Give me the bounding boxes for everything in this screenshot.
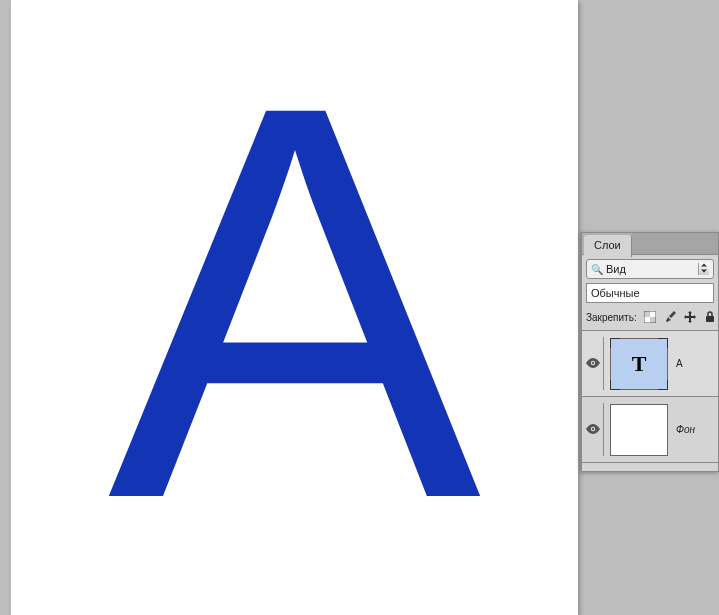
svg-rect-5 — [706, 316, 714, 322]
visibility-column — [582, 403, 604, 456]
filter-value: Вид — [606, 263, 626, 275]
corner-icon — [658, 338, 668, 348]
svg-point-7 — [592, 362, 594, 364]
corner-icon — [658, 380, 668, 390]
eye-icon[interactable] — [586, 423, 600, 437]
lock-brush-icon[interactable] — [663, 310, 677, 324]
panel-tab-row: Слои — [582, 233, 718, 255]
chevron-updown-icon — [698, 263, 709, 275]
layer-thumbnail[interactable]: T — [610, 338, 668, 390]
lock-move-icon[interactable] — [683, 310, 697, 324]
svg-rect-1 — [650, 317, 656, 323]
canvas-text-content: А — [108, 22, 482, 582]
layer-name[interactable]: А — [676, 358, 683, 369]
lock-all-icon[interactable] — [703, 310, 717, 324]
layers-list: T А Фон — [582, 331, 718, 463]
blend-mode-value: Обычные — [591, 287, 640, 299]
svg-rect-0 — [644, 311, 650, 317]
search-icon: 🔍 — [591, 264, 603, 275]
lock-label: Закрепить: — [586, 312, 637, 323]
lock-transparency-icon[interactable] — [643, 310, 657, 324]
visibility-column — [582, 337, 604, 390]
tab-layers[interactable]: Слои — [584, 235, 632, 257]
text-layer-icon: T — [632, 351, 647, 377]
layer-filter-row: 🔍 Вид — [582, 255, 718, 279]
layer-name[interactable]: Фон — [676, 424, 695, 435]
corner-icon — [610, 338, 620, 348]
layer-filter-dropdown[interactable]: 🔍 Вид — [586, 259, 714, 279]
layer-thumbnail[interactable] — [610, 404, 668, 456]
lock-row: Закрепить: — [582, 307, 718, 331]
document-canvas[interactable]: А — [11, 0, 578, 615]
layer-row[interactable]: Фон — [582, 397, 718, 463]
layers-panel: Слои 🔍 Вид Обычные Закрепить: — [581, 232, 719, 472]
blend-mode-row: Обычные — [582, 279, 718, 307]
layer-row[interactable]: T А — [582, 331, 718, 397]
blend-mode-dropdown[interactable]: Обычные — [586, 283, 714, 303]
svg-rect-2 — [650, 311, 656, 317]
svg-point-9 — [592, 428, 594, 430]
panel-spacer — [582, 463, 718, 471]
svg-rect-3 — [644, 317, 650, 323]
tab-filler — [632, 233, 718, 254]
eye-icon[interactable] — [586, 357, 600, 371]
corner-icon — [610, 380, 620, 390]
